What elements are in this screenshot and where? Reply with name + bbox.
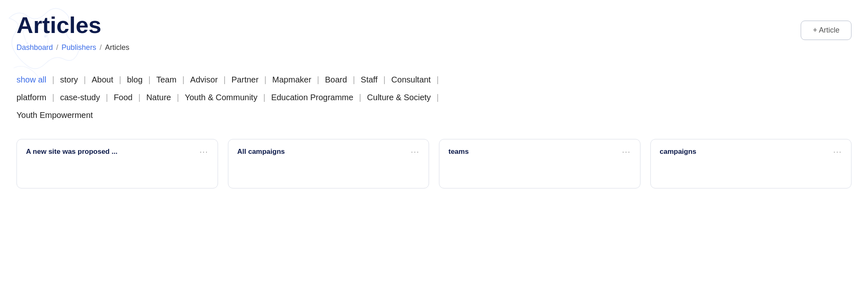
filter-item-education-programme[interactable]: Education Programme bbox=[271, 90, 353, 105]
article-card-menu-button[interactable]: ··· bbox=[622, 148, 631, 156]
filter-item-staff[interactable]: Staff bbox=[361, 73, 378, 87]
filter-separator: | bbox=[138, 93, 140, 102]
filter-separator: | bbox=[223, 75, 225, 85]
page-header: Articles + Article bbox=[17, 12, 851, 40]
filter-item-board[interactable]: Board bbox=[325, 73, 347, 87]
article-card-menu-button[interactable]: ··· bbox=[833, 148, 842, 156]
article-card[interactable]: teams··· bbox=[439, 139, 640, 188]
filter-row-1: platform|case-study|Food|Nature|Youth & … bbox=[17, 90, 851, 105]
page-title: Articles bbox=[17, 12, 101, 38]
filter-separator: | bbox=[317, 75, 319, 85]
filter-separator: | bbox=[148, 75, 150, 85]
filter-row-0: show all|story|About|blog|Team|Advisor|P… bbox=[17, 73, 851, 87]
article-card-title: campaigns bbox=[660, 148, 829, 156]
filter-item-advisor[interactable]: Advisor bbox=[190, 73, 218, 87]
filter-separator: | bbox=[182, 75, 184, 85]
filter-item-partner[interactable]: Partner bbox=[232, 73, 259, 87]
add-article-button[interactable]: + Article bbox=[801, 21, 851, 40]
filter-item-blog[interactable]: blog bbox=[127, 73, 142, 87]
filter-row-2: Youth Empowerment bbox=[17, 108, 851, 122]
filter-separator: | bbox=[353, 75, 355, 85]
filter-separator: | bbox=[359, 93, 361, 102]
filter-separator: | bbox=[84, 75, 86, 85]
filter-item-youth-empowerment[interactable]: Youth Empowerment bbox=[17, 108, 93, 122]
filter-separator: | bbox=[52, 93, 54, 102]
breadcrumb-current: Articles bbox=[105, 43, 129, 52]
breadcrumb: Dashboard / Publishers / Articles bbox=[17, 43, 851, 52]
filter-item-food[interactable]: Food bbox=[114, 90, 133, 105]
articles-grid: A new site was proposed ...···All campai… bbox=[17, 139, 851, 188]
filter-item-nature[interactable]: Nature bbox=[146, 90, 171, 105]
breadcrumb-dashboard[interactable]: Dashboard bbox=[17, 43, 53, 52]
filter-item-culture-&-society[interactable]: Culture & Society bbox=[367, 90, 431, 105]
article-card[interactable]: A new site was proposed ...··· bbox=[17, 139, 218, 188]
filter-item-story[interactable]: story bbox=[60, 73, 78, 87]
filter-separator: | bbox=[436, 93, 439, 102]
filter-item-team[interactable]: Team bbox=[157, 73, 177, 87]
filter-separator: | bbox=[177, 93, 179, 102]
article-card-menu-button[interactable]: ··· bbox=[199, 148, 208, 156]
article-card[interactable]: All campaigns··· bbox=[228, 139, 429, 188]
article-card-title: teams bbox=[448, 148, 618, 156]
filter-item-platform[interactable]: platform bbox=[17, 90, 46, 105]
breadcrumb-sep-2: / bbox=[100, 43, 102, 52]
article-card-header: A new site was proposed ...··· bbox=[26, 148, 209, 156]
breadcrumb-sep-1: / bbox=[56, 43, 58, 52]
filters-section: show all|story|About|blog|Team|Advisor|P… bbox=[17, 73, 851, 122]
article-card-menu-button[interactable]: ··· bbox=[411, 148, 420, 156]
article-card-header: All campaigns··· bbox=[237, 148, 420, 156]
filter-separator: | bbox=[263, 93, 265, 102]
filter-separator: | bbox=[106, 93, 108, 102]
filter-item-case-study[interactable]: case-study bbox=[60, 90, 100, 105]
article-card-title: A new site was proposed ... bbox=[26, 148, 195, 156]
filter-separator: | bbox=[436, 75, 439, 85]
filter-item-show-all[interactable]: show all bbox=[17, 73, 46, 87]
filter-separator: | bbox=[383, 75, 385, 85]
filter-separator: | bbox=[119, 75, 121, 85]
filter-item-about[interactable]: About bbox=[92, 73, 113, 87]
breadcrumb-publishers[interactable]: Publishers bbox=[62, 43, 96, 52]
article-card-header: teams··· bbox=[448, 148, 631, 156]
article-card[interactable]: campaigns··· bbox=[650, 139, 852, 188]
article-card-header: campaigns··· bbox=[660, 148, 842, 156]
filter-item-mapmaker[interactable]: Mapmaker bbox=[272, 73, 311, 87]
filter-item-consultant[interactable]: Consultant bbox=[391, 73, 431, 87]
article-card-title: All campaigns bbox=[237, 148, 407, 156]
filter-separator: | bbox=[52, 75, 54, 85]
filter-item-youth-&-community[interactable]: Youth & Community bbox=[185, 90, 257, 105]
filter-separator: | bbox=[264, 75, 266, 85]
